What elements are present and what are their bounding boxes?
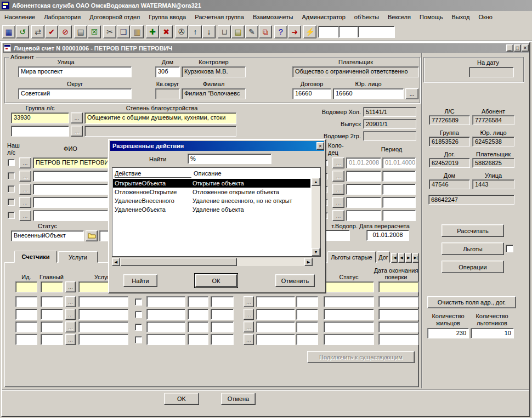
tab-contracts[interactable]: Дог bbox=[377, 251, 390, 263]
table-cell-r4c10[interactable] bbox=[296, 334, 318, 345]
period-end-field-2[interactable] bbox=[382, 171, 416, 182]
close-button[interactable]: × bbox=[522, 44, 529, 52]
menu-item-12[interactable]: Окно bbox=[474, 11, 497, 23]
period-start-field-4[interactable] bbox=[346, 197, 381, 208]
table-cell-r1c6[interactable] bbox=[188, 296, 208, 307]
scroll-right-icon[interactable]: ▶ bbox=[304, 258, 313, 266]
fio-lookup-button-4[interactable]: ... bbox=[19, 197, 31, 208]
fio-field-3[interactable] bbox=[33, 184, 108, 195]
toolbar-button-help[interactable]: ? bbox=[274, 25, 287, 38]
water-point-field[interactable] bbox=[325, 230, 350, 241]
cancel-button[interactable]: Отмена bbox=[221, 393, 256, 405]
residents-count-field[interactable]: 230 bbox=[427, 328, 469, 338]
period-start-field-5[interactable] bbox=[346, 210, 381, 221]
table-cell-r4c12[interactable] bbox=[378, 334, 418, 345]
entity-field[interactable]: 16660 bbox=[333, 88, 404, 99]
dialog-list-row-3[interactable]: УдалениеВнесенногоУдаление внесенного, н… bbox=[113, 196, 310, 205]
table-cell-r1c1[interactable] bbox=[41, 296, 63, 307]
table-cell-r1c7[interactable] bbox=[211, 296, 234, 307]
menu-item-10[interactable]: Помощь bbox=[415, 11, 448, 23]
table-lookup-button-r4c8[interactable]: ... bbox=[244, 334, 254, 345]
table-cell-r4c3[interactable] bbox=[78, 334, 128, 345]
table-lookup-button-r2c8[interactable]: ... bbox=[244, 309, 254, 320]
toolbar-box-3[interactable] bbox=[358, 26, 395, 38]
toolbar-button-move-up[interactable]: ↑ bbox=[189, 25, 202, 38]
menu-item-11[interactable]: Выход bbox=[447, 11, 474, 23]
table-checkbox-r4c4[interactable] bbox=[135, 336, 142, 343]
menu-item-6[interactable]: Взаимозачеты bbox=[248, 11, 298, 23]
toolbar-button-find[interactable]: ✇ bbox=[175, 25, 188, 38]
table-lookup-button-r3c8[interactable]: ... bbox=[244, 321, 254, 332]
contract-field[interactable]: 16660 bbox=[292, 88, 331, 99]
table-cell-r1c0[interactable] bbox=[15, 296, 37, 307]
table-lookup-button-r1c2[interactable]: ... bbox=[65, 296, 76, 307]
well-lookup-button-1[interactable]: ... bbox=[332, 157, 344, 168]
toolbar-button-edit[interactable]: ✎ bbox=[245, 25, 258, 38]
table-cell-r4c11[interactable] bbox=[324, 334, 374, 345]
toolbar-button-add[interactable]: ✚ bbox=[146, 25, 159, 38]
table-cell-r2c1[interactable] bbox=[41, 309, 63, 320]
dialog-list-row-4[interactable]: УдалениеОбъектаУдаление объекта bbox=[113, 205, 310, 214]
table-cell-r2c0[interactable] bbox=[15, 309, 37, 320]
meter-issue-field[interactable]: 20901/1 bbox=[363, 119, 416, 129]
recalc-date-field[interactable]: 01.01.2008 bbox=[366, 230, 409, 241]
well-lookup-button-5[interactable]: ... bbox=[332, 210, 344, 221]
table-cell-r3c10[interactable] bbox=[296, 321, 318, 332]
table-cell-r3c0[interactable] bbox=[15, 321, 37, 332]
status-field[interactable]: ВнесенныйОбъект bbox=[11, 230, 84, 241]
table-cell-r0c1[interactable] bbox=[41, 281, 63, 292]
fio-checkbox-4[interactable] bbox=[8, 199, 15, 206]
toolbar-button-copy-special[interactable]: ⧉ bbox=[259, 25, 272, 38]
tab-old-benefits[interactable]: Льготы старые bbox=[327, 251, 376, 263]
minimize-button[interactable]: _ bbox=[506, 44, 513, 52]
tab-scroll-last-icon[interactable]: ▶| bbox=[412, 253, 419, 263]
period-end-field-3[interactable] bbox=[382, 184, 416, 195]
fio-field-4[interactable] bbox=[33, 197, 108, 208]
toolbar-button-commit[interactable]: ✔ bbox=[45, 25, 58, 38]
dialog-list-row-2[interactable]: ОтложенноеОткрытиеОтложенное открытие об… bbox=[113, 188, 310, 196]
operations-button[interactable]: Операции bbox=[442, 261, 504, 273]
table-lookup-button-r1c8[interactable]: ... bbox=[244, 296, 254, 307]
table-cell-r4c1[interactable] bbox=[41, 334, 63, 345]
dialog-ok-button[interactable]: ОК bbox=[195, 274, 237, 287]
connect-existing-button[interactable]: Подключить к существующим bbox=[307, 351, 415, 363]
maximize-button[interactable]: □ bbox=[514, 44, 521, 52]
table-cell-r4c0[interactable] bbox=[15, 334, 37, 345]
on-date-field[interactable] bbox=[469, 67, 514, 77]
table-cell-r4c7[interactable] bbox=[211, 334, 234, 345]
toolbar-box-2[interactable] bbox=[338, 26, 359, 38]
table-cell-r3c3[interactable] bbox=[78, 321, 128, 332]
scroll-up-icon[interactable]: ▲ bbox=[312, 178, 320, 186]
toolbar-button-move-down[interactable]: ↓ bbox=[202, 25, 216, 38]
benefits-checkbox[interactable] bbox=[506, 245, 513, 252]
house-field[interactable]: 30б bbox=[155, 66, 180, 77]
amenity-field-2[interactable] bbox=[84, 126, 236, 137]
kv-district-field[interactable] bbox=[155, 88, 180, 99]
table-cell-r3c9[interactable] bbox=[256, 321, 295, 332]
toolbar-button-delete[interactable]: ✖ bbox=[160, 25, 173, 38]
table-cell-r2c9[interactable] bbox=[256, 309, 295, 320]
toolbar-button-transfer[interactable]: ⇄ bbox=[31, 25, 44, 38]
table-cell-r1c3[interactable] bbox=[78, 296, 128, 307]
well-lookup-button-2[interactable]: ... bbox=[332, 171, 344, 182]
menu-item-8[interactable]: обЪекты bbox=[350, 11, 383, 23]
period-end-field-4[interactable] bbox=[382, 197, 416, 208]
menu-item-9[interactable]: Векселя bbox=[383, 11, 415, 23]
menu-item-3[interactable]: Договорной отдел bbox=[85, 11, 144, 23]
toolbar-button-print[interactable]: ▤ bbox=[74, 25, 87, 38]
period-start-field-3[interactable] bbox=[346, 184, 381, 195]
period-start-field-2[interactable] bbox=[346, 171, 381, 182]
period-end-field-1[interactable]: 01.01.4000 bbox=[382, 157, 416, 168]
fio-lookup-button-1[interactable]: ... bbox=[19, 157, 31, 168]
table-checkbox-r1c4[interactable] bbox=[135, 298, 142, 306]
menu-item-2[interactable]: Лаборатория bbox=[39, 11, 85, 23]
fio-lookup-button-5[interactable]: ... bbox=[19, 210, 31, 221]
account-group-field[interactable]: 33930 bbox=[11, 112, 69, 123]
period-end-field-5[interactable] bbox=[382, 210, 416, 221]
meter-cold-field[interactable]: 51141/1 bbox=[363, 107, 416, 117]
ok-button[interactable]: OK bbox=[164, 393, 199, 405]
fio-checkbox-3[interactable] bbox=[8, 185, 15, 193]
hscroll-thumb[interactable] bbox=[121, 258, 237, 266]
payer-field[interactable]: Общество с ограниченной ответственно bbox=[292, 66, 419, 77]
well-lookup-button-4[interactable]: ... bbox=[332, 197, 344, 208]
